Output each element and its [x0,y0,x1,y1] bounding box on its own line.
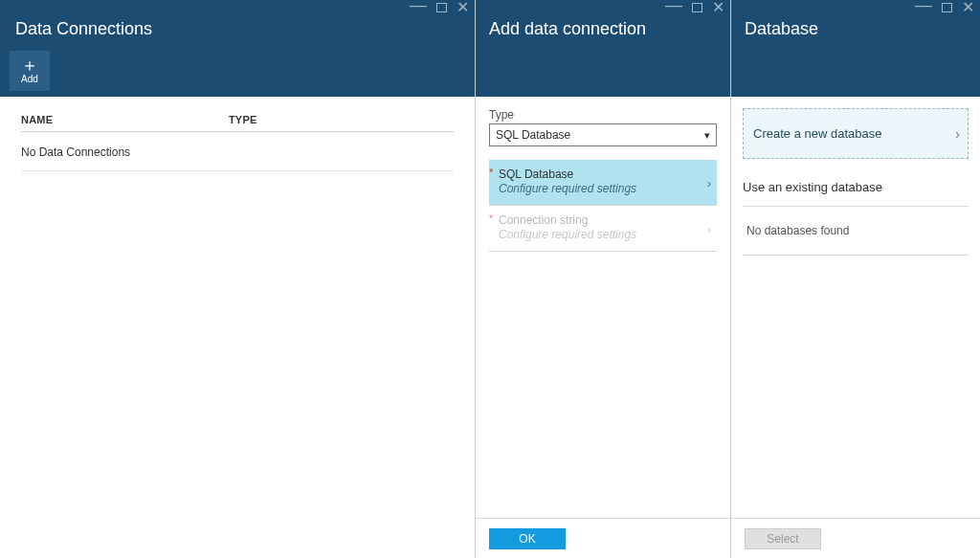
window-controls: — ✕ [915,3,974,12]
blade-data-connections: — ✕ Data Connections ＋ Add NAME TYPE No … [0,0,476,558]
config-row-subtitle: Configure required settings [499,228,707,241]
existing-database-header: Use an existing database [743,180,969,207]
blade-title: Data Connections [0,0,475,47]
blade-header: — ✕ Add data connection [476,0,730,97]
blade-title: Database [731,0,980,97]
config-sql-database[interactable]: SQL Database Configure required settings… [489,160,717,206]
add-button[interactable]: ＋ Add [10,51,50,91]
plus-icon: ＋ [21,58,38,72]
type-select[interactable]: SQL Database ▾ [489,123,717,146]
blade-header: — ✕ Database [731,0,980,97]
close-icon[interactable]: ✕ [712,3,724,12]
empty-state: No Data Connections [21,142,454,171]
blade-add-data-connection: — ✕ Add data connection Type SQL Databas… [476,0,731,558]
table-header: NAME TYPE [21,114,454,132]
blade-body: Create a new database › Use an existing … [731,97,980,518]
blade-title: Add data connection [476,0,730,97]
chevron-right-icon: › [707,221,711,235]
type-field-label: Type [489,108,717,122]
create-new-database[interactable]: Create a new database › [743,108,969,159]
minimize-icon[interactable]: — [665,0,682,10]
close-icon[interactable]: ✕ [457,3,469,12]
blade-footer: OK [476,518,730,558]
column-type: TYPE [229,114,454,125]
no-databases-found: No databases found [743,224,969,256]
minimize-icon[interactable]: — [410,0,427,10]
chevron-right-icon: › [955,126,960,142]
select-button: Select [745,528,821,549]
maximize-icon[interactable] [436,3,447,12]
window-controls: — ✕ [665,3,724,12]
blade-body: NAME TYPE No Data Connections [0,97,475,558]
type-select-value: SQL Database [496,128,570,142]
chevron-right-icon: › [707,175,711,190]
config-row-subtitle: Configure required settings [499,182,707,195]
maximize-icon[interactable] [942,3,952,12]
ok-button[interactable]: OK [489,528,566,549]
blade-body: Type SQL Database ▾ SQL Database Configu… [476,97,730,518]
window-controls: — ✕ [410,3,469,12]
chevron-down-icon: ▾ [704,129,710,142]
close-icon[interactable]: ✕ [962,3,974,12]
minimize-icon[interactable]: — [915,0,932,10]
config-connection-string: Connection string Configure required set… [489,206,717,252]
toolbar: ＋ Add [0,47,475,97]
blade-header: — ✕ Data Connections ＋ Add [0,0,475,97]
maximize-icon[interactable] [692,3,702,12]
create-new-database-label: Create a new database [753,126,881,141]
blade-database: — ✕ Database Create a new database › Use… [731,0,980,558]
add-button-label: Add [21,74,38,84]
blade-footer: Select [731,518,980,558]
config-row-title: SQL Database [499,167,707,181]
config-row-title: Connection string [499,213,707,227]
column-name: NAME [21,114,229,125]
